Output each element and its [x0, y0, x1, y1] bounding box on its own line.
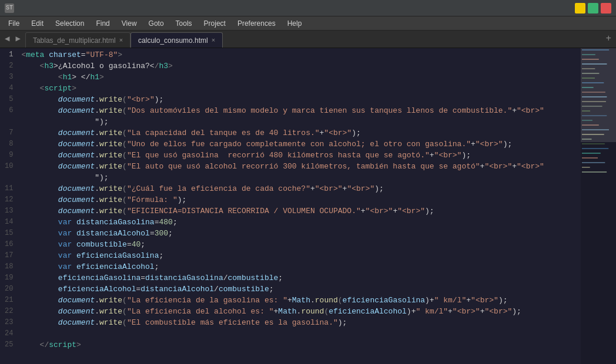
line-number: 10	[5, 161, 13, 172]
minimize-button[interactable]	[575, 3, 585, 14]
title-bar-left: ST	[5, 4, 18, 13]
line-number: 25	[5, 339, 13, 350]
tab-bar: ◀ ▶ Tablas_de_multiplicar.html×calculo_c…	[0, 31, 616, 48]
line-number: 6	[5, 105, 13, 116]
line-number	[5, 116, 13, 127]
code-line: var distanciaGasolina=480;	[21, 217, 581, 228]
code-line: <h3>¿Alcohol o gasolina?</h3>	[21, 60, 581, 72]
code-line: document.write("El combustible más efici…	[21, 317, 581, 328]
line-number: 9	[5, 150, 13, 161]
line-number: 15	[5, 228, 13, 239]
app-icon: ST	[5, 4, 14, 13]
tab-tab1[interactable]: Tablas_de_multiplicar.html×	[25, 32, 130, 48]
line-number: 5	[5, 94, 13, 105]
code-line: </script>	[21, 339, 581, 350]
code-line: eficienciaGasolina=distanciaGasolina/com…	[21, 272, 581, 284]
line-number: 7	[5, 127, 13, 139]
line-number	[5, 172, 13, 183]
line-number: 8	[5, 139, 13, 150]
code-line: document.write("¿Cuál fue la eficiencia …	[21, 183, 581, 194]
code-line: <meta charset="UTF-8">	[21, 49, 581, 60]
line-number: 1	[5, 49, 13, 60]
tab-next-arrow[interactable]: ▶	[13, 30, 22, 48]
close-button[interactable]	[601, 3, 611, 14]
line-number: 24	[5, 328, 13, 339]
editor-area: 1234567891011121314151617181920212223242…	[0, 48, 616, 364]
menu-item-goto[interactable]: Goto	[143, 16, 170, 30]
minimap-canvas	[581, 48, 616, 364]
menu-item-find[interactable]: Find	[90, 16, 115, 30]
code-line: document.write("El auto que usó alcohol …	[21, 161, 581, 172]
code-line: document.write("La eficiencia de la gaso…	[21, 295, 581, 306]
line-number: 2	[5, 60, 13, 72]
line-number: 17	[5, 250, 13, 261]
line-number: 22	[5, 306, 13, 317]
tab-prev-arrow[interactable]: ◀	[2, 30, 12, 48]
code-line: var combustible=40;	[21, 239, 581, 250]
menu-item-selection[interactable]: Selection	[49, 16, 90, 30]
line-number: 13	[5, 205, 13, 217]
line-numbers: 1234567891011121314151617181920212223242…	[0, 48, 19, 364]
code-line: document.write("El que usó gasolina reco…	[21, 150, 581, 161]
code-content[interactable]: <meta charset="UTF-8"> <h3>¿Alcohol o ga…	[19, 48, 581, 364]
line-number: 3	[5, 72, 13, 83]
menu-item-tools[interactable]: Tools	[170, 16, 198, 30]
line-number: 11	[5, 183, 13, 194]
menu-item-edit[interactable]: Edit	[25, 16, 49, 30]
code-line: <h1> </h1>	[21, 72, 581, 83]
code-line: var eficienciaAlcohol;	[21, 261, 581, 272]
code-line: document.write("La capacidad del tanque …	[21, 127, 581, 139]
maximize-button[interactable]	[588, 3, 598, 14]
code-line: ");	[21, 116, 581, 127]
line-number: 16	[5, 239, 13, 250]
window-controls	[575, 3, 611, 14]
new-tab-button[interactable]: +	[605, 30, 611, 48]
line-number: 18	[5, 261, 13, 272]
line-number: 12	[5, 194, 13, 205]
menu-item-preferences[interactable]: Preferences	[232, 16, 282, 30]
line-number: 4	[5, 83, 13, 94]
code-line: document.write("Uno de ellos fue cargado…	[21, 139, 581, 150]
code-line: document.write("La eficiencia del alcoho…	[21, 306, 581, 317]
line-number: 14	[5, 217, 13, 228]
code-line: document.write("Fórmula: ");	[21, 194, 581, 205]
line-number: 20	[5, 284, 13, 295]
tab-label: calculo_consumo.html	[138, 36, 208, 45]
code-line	[21, 328, 581, 339]
tab-close-button[interactable]: ×	[119, 37, 123, 43]
code-line: var eficienciaGasolina;	[21, 250, 581, 261]
menu-item-file[interactable]: File	[2, 16, 25, 30]
tab-close-button[interactable]: ×	[212, 37, 215, 43]
code-line: document.write("EFICIENCIA=DISTANCIA REC…	[21, 205, 581, 217]
menu-item-project[interactable]: Project	[198, 16, 232, 30]
code-line: document.write("Dos automóviles del mism…	[21, 105, 581, 116]
line-number: 19	[5, 272, 13, 284]
tab-bar-right: +	[605, 30, 616, 48]
menu-bar: FileEditSelectionFindViewGotoToolsProjec…	[0, 16, 616, 31]
menu-item-help[interactable]: Help	[282, 16, 308, 30]
code-line: document.write("<br>");	[21, 94, 581, 105]
line-number: 23	[5, 317, 13, 328]
tab-label: Tablas_de_multiplicar.html	[33, 36, 116, 45]
tabs-container: Tablas_de_multiplicar.html×calculo_consu…	[25, 32, 223, 48]
menu-item-view[interactable]: View	[116, 16, 143, 30]
code-line: eficienciaAlcohol=distanciaAlcohol/combu…	[21, 284, 581, 295]
code-line: ");	[21, 172, 581, 183]
code-line: <script>	[21, 83, 581, 94]
title-bar: ST	[0, 0, 616, 16]
minimap[interactable]	[581, 48, 616, 364]
tab-bar-left: ◀ ▶	[0, 30, 25, 48]
tab-tab2[interactable]: calculo_consumo.html×	[130, 32, 223, 48]
code-line: var distanciaAlcohol=300;	[21, 228, 581, 239]
line-number: 21	[5, 295, 13, 306]
